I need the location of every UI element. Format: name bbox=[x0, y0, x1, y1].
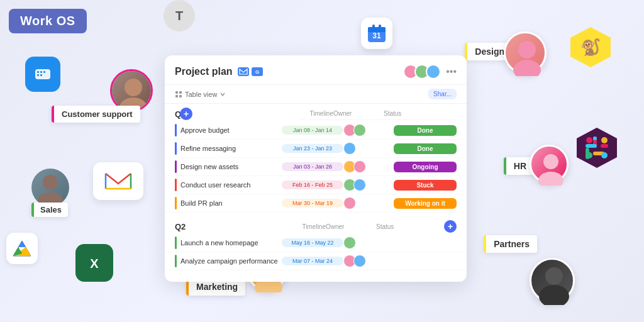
svg-rect-49 bbox=[179, 91, 182, 94]
timeline-chip: Mar 07 - Mar 24 bbox=[282, 257, 343, 265]
avatar-partners bbox=[530, 258, 575, 303]
table-view-label[interactable]: Table view bbox=[185, 91, 217, 98]
svg-text:G: G bbox=[255, 69, 258, 75]
svg-rect-36 bbox=[593, 136, 597, 140]
task-label: Approve budget bbox=[180, 126, 230, 134]
q2-section-header: Q2 Timeline Owner Status + bbox=[165, 216, 467, 234]
svg-point-44 bbox=[539, 285, 569, 305]
owner-avatar bbox=[353, 179, 366, 191]
owner-avatar bbox=[343, 197, 356, 209]
header-avatar-3 bbox=[426, 64, 441, 79]
svg-rect-2 bbox=[40, 71, 42, 73]
svg-rect-5 bbox=[40, 74, 42, 76]
task-color-bar bbox=[175, 160, 177, 173]
task-label: Build PR plan bbox=[180, 199, 223, 207]
google-title-icon: G bbox=[252, 67, 263, 76]
timeline-chip: Mar 30 - Mar 19 bbox=[282, 199, 343, 208]
svg-rect-1 bbox=[37, 71, 39, 73]
table-row: Refine messaging Jan 23 - Jan 23 Done bbox=[165, 140, 467, 158]
q1-timeline-header: Timeline bbox=[310, 110, 333, 117]
svg-point-37 bbox=[586, 137, 592, 143]
task-color-bar bbox=[175, 197, 177, 209]
avatar-design bbox=[504, 31, 547, 74]
q1-add-button[interactable]: + bbox=[180, 108, 192, 120]
owner-avatars bbox=[343, 236, 394, 249]
timeline-chip: Jan 23 - Jan 23 bbox=[282, 144, 343, 153]
task-label: Design new assets bbox=[180, 163, 238, 170]
owner-avatars bbox=[343, 179, 394, 191]
status-badge: Stuck bbox=[394, 180, 457, 191]
task-label: Refine messaging bbox=[180, 145, 236, 152]
q1-status-header: Status bbox=[384, 110, 447, 117]
q1-col-headers: Timeline Owner Status bbox=[300, 108, 457, 120]
status-badge: Ongoing bbox=[394, 162, 457, 172]
owner-avatar bbox=[353, 124, 366, 136]
slack-icon[interactable] bbox=[575, 126, 619, 170]
status-badge: Done bbox=[394, 143, 457, 154]
svg-point-42 bbox=[538, 172, 564, 186]
project-title: Project plan bbox=[175, 66, 233, 77]
svg-rect-25 bbox=[379, 25, 381, 30]
owner-avatars bbox=[343, 124, 394, 136]
table-row: Approve budget Jan 08 - Jan 14 Done bbox=[165, 121, 467, 140]
q2-owner-header: Owner bbox=[326, 223, 376, 230]
avatar-hr bbox=[530, 145, 569, 184]
customer-support-label: Customer support bbox=[52, 106, 140, 123]
svg-text:🐒: 🐒 bbox=[580, 37, 601, 57]
table-row: Analyze campaign performance Mar 07 - Ma… bbox=[165, 252, 467, 270]
table-row: Design new assets Jan 03 - Jan 26 Ongoin… bbox=[165, 158, 467, 176]
svg-rect-0 bbox=[35, 69, 50, 79]
mailchimp-icon[interactable]: 🐒 bbox=[569, 25, 613, 69]
task-name: Refine messaging bbox=[175, 142, 282, 155]
owner-avatar bbox=[353, 160, 366, 173]
svg-point-6 bbox=[125, 79, 142, 96]
q2-col-headers: Timeline Owner Status bbox=[303, 223, 439, 230]
task-name: Conduct user research bbox=[175, 179, 282, 191]
excel-icon[interactable]: X bbox=[75, 244, 113, 282]
intercom-icon[interactable] bbox=[25, 57, 60, 92]
q1-owner-header: Owner bbox=[333, 110, 384, 117]
calendar-icon[interactable]: 31 bbox=[361, 18, 392, 49]
svg-rect-3 bbox=[43, 71, 45, 73]
gmail-icon[interactable] bbox=[93, 162, 143, 200]
partners-label: Partners bbox=[484, 235, 537, 253]
project-card: Project plan G ••• Table view Shar bbox=[165, 55, 467, 282]
more-menu-button[interactable]: ••• bbox=[446, 66, 457, 77]
q2-title: Q2 bbox=[175, 222, 303, 231]
share-button[interactable]: Shar... bbox=[428, 89, 457, 99]
timeline-chip: May 16 - May 22 bbox=[282, 238, 343, 247]
owner-avatars bbox=[343, 160, 394, 173]
svg-text:X: X bbox=[90, 257, 99, 270]
owner-avatar bbox=[353, 255, 366, 267]
title-icons: G bbox=[238, 67, 263, 76]
svg-point-8 bbox=[43, 175, 58, 190]
task-name: Analyze campaign performance bbox=[175, 255, 282, 267]
card-title: Project plan G bbox=[175, 66, 263, 77]
owner-avatar bbox=[343, 142, 356, 155]
table-row: Build PR plan Mar 30 - Mar 19 Working on… bbox=[165, 194, 467, 213]
task-name: Build PR plan bbox=[175, 197, 282, 209]
svg-point-43 bbox=[545, 267, 563, 285]
task-color-bar bbox=[175, 142, 177, 155]
timeline-chip: Jan 03 - Jan 26 bbox=[282, 162, 343, 171]
svg-rect-50 bbox=[175, 95, 178, 97]
svg-marker-30 bbox=[577, 128, 617, 168]
task-label: Conduct user research bbox=[180, 181, 250, 189]
svg-point-41 bbox=[543, 154, 558, 169]
owner-avatars bbox=[343, 142, 394, 155]
t-circle-icon[interactable]: T bbox=[164, 0, 195, 31]
task-name: Launch a new homepage bbox=[175, 236, 282, 249]
gdrive-icon[interactable] bbox=[6, 233, 38, 264]
q1-section-header: Q1 Timeline Owner Status + bbox=[165, 104, 467, 121]
svg-rect-35 bbox=[601, 144, 608, 148]
task-color-bar bbox=[175, 179, 177, 191]
svg-rect-4 bbox=[37, 74, 39, 76]
q1-title: Q1 bbox=[175, 109, 300, 119]
q2-add-button[interactable]: + bbox=[444, 220, 457, 233]
task-label: Analyze campaign performance bbox=[180, 257, 278, 265]
svg-point-26 bbox=[518, 41, 536, 58]
task-name: Approve budget bbox=[175, 124, 282, 136]
sales-label: Sales bbox=[31, 203, 68, 217]
task-color-bar bbox=[175, 236, 177, 249]
svg-text:31: 31 bbox=[372, 31, 381, 40]
